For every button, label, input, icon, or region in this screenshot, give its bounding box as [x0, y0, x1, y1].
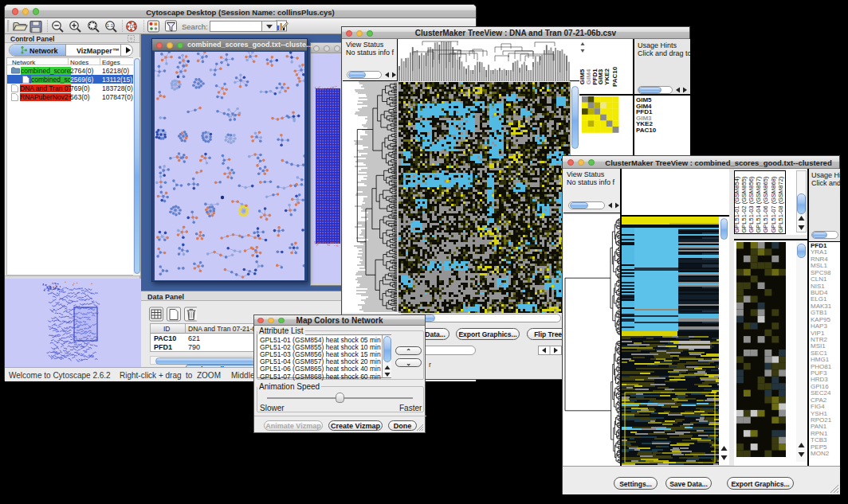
svg-text:1:1: 1:1 [107, 23, 114, 28]
